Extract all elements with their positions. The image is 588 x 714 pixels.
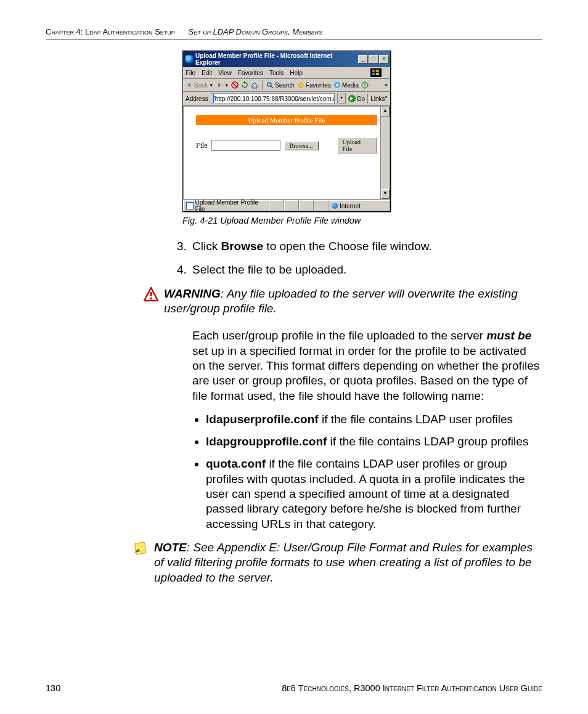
globe-icon [332, 203, 338, 209]
body-column: Click Browse to open the Choose file win… [174, 239, 542, 278]
browse-button[interactable]: Browse... [284, 141, 319, 150]
status-left: Upload Member Profile File [183, 200, 269, 211]
forward-button[interactable]: ▼ [216, 81, 229, 89]
go-label: Go [357, 95, 365, 102]
warning-icon [143, 286, 159, 302]
file-input[interactable] [211, 140, 280, 151]
address-input[interactable]: http://200.10.100.75:88/R3000/servlet/co… [211, 93, 335, 104]
para1-bold: must be [486, 329, 531, 342]
titlebar: Upload Member Profile File - Microsoft I… [183, 51, 390, 67]
status-pane-1 [269, 200, 284, 211]
stop-button[interactable] [231, 81, 239, 89]
page: Chapter 4: Ldap Authentication Setup Set… [0, 0, 588, 714]
address-dropdown[interactable]: ▾ [337, 94, 346, 103]
svg-rect-2 [372, 73, 375, 75]
toolbar: Back ▼ ▼ Search Favorit [183, 79, 390, 92]
svg-line-7 [271, 86, 273, 88]
bullet-2: ldapgroupprofile.conf if the file contai… [206, 434, 542, 449]
scroll-up-button[interactable]: ▲ [381, 107, 390, 116]
page-icon [186, 202, 194, 209]
status-zone: Internet [329, 200, 390, 211]
step-3: Click Browse to open the Choose file win… [190, 239, 542, 254]
note-icon [132, 540, 149, 558]
links-separator [367, 94, 368, 103]
b2-rest: if the file contains LDAP group profiles [327, 435, 528, 448]
step3-pre: Click [192, 240, 221, 253]
maximize-button[interactable]: □ [369, 55, 378, 63]
status-pane-3 [299, 200, 314, 211]
menu-tools[interactable]: Tools [269, 70, 284, 76]
file-row: File Browse... Upload File [196, 137, 377, 153]
address-bar: Address http://200.10.100.75:88/R3000/se… [183, 92, 390, 106]
back-button[interactable]: Back ▼ [186, 81, 213, 89]
body-column-2: Each user/group profile in the file uplo… [174, 328, 542, 532]
go-icon [348, 95, 356, 102]
history-button[interactable] [361, 81, 369, 89]
favorites-button[interactable]: Favorites [297, 81, 331, 89]
search-label: Search [275, 82, 295, 89]
para1-post: set up in a specified format in order fo… [192, 344, 539, 402]
menu-favorites[interactable]: Favorites [238, 70, 263, 76]
svg-point-9 [336, 84, 338, 86]
window-title: Upload Member Profile File - Microsoft I… [195, 52, 357, 66]
step3-post: to open the Choose file window. [263, 240, 432, 253]
svg-rect-12 [150, 298, 152, 299]
status-pane-4 [314, 200, 329, 211]
toolbar-overflow[interactable]: » [385, 82, 388, 88]
close-button[interactable]: × [379, 55, 389, 63]
figure-ie-window: Upload Member Profile File - Microsoft I… [182, 51, 391, 212]
media-button[interactable]: Media [333, 81, 359, 89]
menubar: File Edit View Favorites Tools Help [183, 67, 390, 79]
vertical-scrollbar[interactable]: ▲ ▼ [380, 107, 390, 199]
menu-help[interactable]: Help [290, 70, 303, 76]
b1-bold: ldapuserprofile.conf [206, 413, 319, 426]
minimize-button[interactable]: _ [358, 55, 368, 63]
b1-rest: if the file contains LDAP user profiles [319, 413, 513, 426]
note-body: : See Appendix E: User/Group File Format… [154, 541, 533, 584]
warning-text: WARNING: Any file uploaded to the server… [164, 286, 542, 317]
b2-bold: ldapgroupprofile.conf [206, 435, 327, 448]
upload-file-button[interactable]: Upload File [337, 137, 377, 153]
page-header: Chapter 4: Ldap Authentication Setup Set… [46, 27, 542, 39]
page-number: 130 [46, 683, 60, 693]
main-paragraph: Each user/group profile in the file uplo… [192, 328, 542, 404]
svg-rect-1 [376, 70, 379, 72]
search-button[interactable]: Search [266, 81, 295, 89]
status-left-text: Upload Member Profile File [195, 199, 266, 213]
menu-view[interactable]: View [218, 70, 232, 76]
links-label[interactable]: Links» [370, 94, 388, 102]
svg-rect-0 [372, 70, 375, 72]
bullets-list: ldapuserprofile.conf if the file contain… [192, 412, 542, 532]
address-value: http://200.10.100.75:88/R3000/servlet/co… [215, 95, 335, 102]
file-label: File [196, 141, 208, 150]
favorites-label: Favorites [306, 82, 331, 89]
b3-bold: quota.conf [206, 457, 266, 470]
scroll-down-button[interactable]: ▼ [381, 189, 390, 199]
address-label: Address [186, 95, 208, 102]
toolbar-separator [262, 80, 263, 90]
menu-file[interactable]: File [186, 70, 195, 76]
status-pane-2 [284, 200, 299, 211]
figure-caption: Fig. 4-21 Upload Member Profile File win… [182, 216, 542, 225]
upload-banner: Upload Member Profile File [196, 115, 377, 125]
para1-pre: Each user/group profile in the file uplo… [192, 329, 486, 342]
statusbar: Upload Member Profile File Internet [183, 200, 390, 211]
home-button[interactable] [251, 81, 258, 89]
bullet-3: quota.conf if the file contains LDAP use… [206, 456, 542, 532]
note-text: NOTE: See Appendix E: User/Group File Fo… [154, 540, 542, 585]
refresh-button[interactable] [241, 81, 248, 89]
header-section: Set up LDAP Domain Groups, Members [189, 27, 323, 36]
svg-rect-11 [150, 292, 152, 296]
header-chapter: Chapter 4: Ldap Authentication Setup [46, 27, 175, 36]
ie-icon [186, 55, 193, 63]
svg-rect-3 [376, 73, 379, 75]
footer-right: 8e6 Technologies, R3000 Internet Filter … [282, 683, 542, 693]
browser-viewport: Upload Member Profile File File Browse..… [183, 106, 390, 200]
menu-edit[interactable]: Edit [202, 70, 212, 76]
page-icon [213, 94, 214, 103]
warning-block: WARNING: Any file uploaded to the server… [143, 286, 542, 317]
go-button[interactable]: Go [348, 95, 365, 102]
back-label: Back [194, 82, 208, 89]
steps-list: Click Browse to open the Choose file win… [174, 239, 542, 278]
page-footer: 130 8e6 Technologies, R3000 Internet Fil… [46, 683, 542, 693]
